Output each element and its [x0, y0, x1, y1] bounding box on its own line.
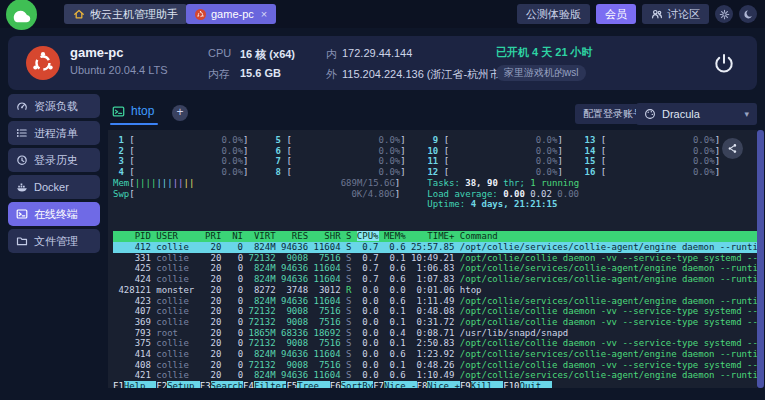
member-label: 会员 [605, 7, 627, 22]
cpu-label: CPU [208, 47, 231, 59]
tab-app-home[interactable]: 牧云主机管理助手 [64, 4, 187, 24]
terminal-line: 331 collie 20 0 72132 9008 7516 S 0.7 0.… [113, 253, 757, 264]
terminal-line: 412 collie 20 0 824M 94636 11604 S 0.7 0… [113, 242, 757, 253]
app-logo-icon[interactable] [6, 0, 37, 30]
palette-icon [644, 108, 656, 120]
terminal-line: 428121 monster 20 0 8272 3748 3012 R 0.0… [113, 285, 757, 296]
terminal-line: 1 [ 0.0%] 5 [ 0.0%] 9 [ 0.0%] 13 [ 0.0%] [113, 135, 757, 146]
sidebar-item-label: 在线终端 [34, 207, 78, 222]
docker-icon [16, 181, 28, 193]
uptime-text: 已开机 4 天 21 小时 [496, 45, 593, 60]
lan-ip: 172.29.44.144 [342, 47, 412, 59]
htop-screen: 1 [ 0.0%] 5 [ 0.0%] 9 [ 0.0%] 13 [ 0.0%]… [108, 130, 757, 388]
forum-label: 讨论区 [667, 7, 700, 22]
configure-login-account-label: 配置登录账号 [583, 107, 643, 121]
terminal-line: 414 collie 20 0 824M 94636 11604 S 0.0 0… [113, 349, 757, 360]
topbar: 牧云主机管理助手 game-pc × 公测体验版 会员 讨论区 [0, 0, 765, 28]
terminal-line [113, 221, 757, 232]
terminal-line: 3 [ 0.0%] 7 [ 0.0%] 11 [ 0.0%] 15 [ 0.0%… [113, 156, 757, 167]
tab-host-label: game-pc [211, 8, 254, 20]
theme-toggle-button[interactable] [739, 5, 757, 23]
sidebar-item-file-manager[interactable]: 文件管理 [8, 229, 100, 253]
sidebar-item-online-terminal[interactable]: 在线终端 [8, 202, 100, 226]
history-icon [16, 154, 28, 166]
sidebar-item-label: Docker [34, 181, 69, 193]
sidebar-item-label: 文件管理 [34, 234, 78, 249]
moon-icon [743, 9, 754, 20]
terminal-line: 4 [ 0.0%] 8 [ 0.0%] 12 [ 0.0%] 16 [ 0.0%… [113, 167, 757, 178]
terminal-line: Uptime: 4 days, 21:21:15 [113, 199, 757, 210]
terminal-line: 2 [ 0.0%] 6 [ 0.0%] 10 [ 0.0%] 14 [ 0.0%… [113, 146, 757, 157]
beta-version-button[interactable]: 公测体验版 [517, 4, 590, 24]
terminal[interactable]: 1 [ 0.0%] 5 [ 0.0%] 9 [ 0.0%] 13 [ 0.0%]… [108, 130, 757, 388]
chevron-down-icon: ▾ [744, 109, 749, 119]
mem-value: 15.6 GB [240, 67, 281, 79]
wan-ip: 115.204.224.136 (浙江省-杭州市) [342, 67, 504, 82]
sidebar-item-label: 登录历史 [34, 153, 78, 168]
sidebar-item-resource-load[interactable]: 资源负载 [8, 94, 100, 118]
tab-app-home-label: 牧云主机管理助手 [90, 7, 178, 22]
sidebar-item-label: 资源负载 [34, 99, 78, 114]
terminal-line: 375 collie 20 0 72132 9008 7516 S 0.0 0.… [113, 338, 757, 349]
sidebar: 资源负载进程清单登录历史Docker在线终端文件管理 [8, 94, 100, 256]
cpu-value: 16 核 (x64) [240, 47, 295, 62]
terminal-scrollbar[interactable] [757, 130, 764, 388]
folder-icon [16, 235, 28, 247]
terminal-line: Swp[ 0K/4.80G] Load average: 0.00 0.02 0… [113, 189, 757, 200]
people-icon [651, 8, 663, 20]
share-icon [727, 143, 738, 154]
tab-host-game-pc[interactable]: game-pc × [186, 4, 276, 24]
terminal-line: 793 root 20 0 1865M 68336 18692 S 0.0 0.… [113, 328, 757, 339]
terminal-line: 423 collie 20 0 824M 94636 11604 S 0.0 0… [113, 296, 757, 307]
host-card: game-pc Ubuntu 20.04.4 LTS CPU 16 核 (x64… [8, 36, 757, 90]
ubuntu-logo-icon [26, 46, 60, 80]
sidebar-item-login-history[interactable]: 登录历史 [8, 148, 100, 172]
terminal-line: 425 collie 20 0 824M 94636 11604 S 0.7 0… [113, 263, 757, 274]
terminal-line: 408 collie 20 0 72132 9008 7516 S 0.0 0.… [113, 360, 757, 371]
beta-version-label: 公测体验版 [526, 7, 581, 22]
tab-htop-label: htop [131, 104, 154, 118]
close-icon[interactable]: × [261, 9, 267, 20]
terminal-line [113, 210, 757, 221]
member-button[interactable]: 会员 [596, 4, 636, 24]
terminal-line: 421 collie 20 0 824M 94636 11604 S 0.0 0… [113, 370, 757, 381]
wan-label: 外 [326, 67, 337, 82]
terminal-line: PID USER PRI NI VIRT RES SHR S CPU% MEM%… [113, 231, 757, 242]
new-terminal-button[interactable]: + [172, 105, 188, 121]
terminal-line: 424 collie 20 0 824M 94636 11604 S 0.7 0… [113, 274, 757, 285]
terminal-icon [16, 208, 28, 220]
terminal-line: 369 collie 20 0 72132 9008 7516 S 0.0 0.… [113, 317, 757, 328]
power-button[interactable] [713, 52, 735, 74]
sidebar-item-process-list[interactable]: 进程清单 [8, 121, 100, 145]
terminal-tab-icon [112, 105, 125, 118]
terminal-line: F1Help F2Setup F3SearchF4FilterF5Tree F6… [113, 381, 757, 388]
tab-htop[interactable]: htop [112, 104, 154, 118]
list-icon [16, 127, 28, 139]
terminal-line: 407 collie 20 0 72132 9008 7516 S 0.0 0.… [113, 306, 757, 317]
home-icon [73, 8, 85, 20]
gauge-icon [16, 100, 28, 112]
host-name: game-pc [70, 45, 123, 60]
terminal-theme-value: Dracula [662, 108, 700, 120]
settings-button[interactable] [715, 5, 733, 23]
terminal-line: Mem[||||||||||| 689M/15.6G] Tasks: 38, 9… [113, 178, 757, 189]
lan-label: 内 [326, 47, 337, 62]
ubuntu-icon [195, 9, 206, 20]
sidebar-item-docker[interactable]: Docker [8, 175, 100, 199]
gear-icon [719, 9, 730, 20]
host-tag: 家里游戏机的wsl [496, 65, 586, 81]
mem-label: 内存 [208, 67, 230, 82]
host-os: Ubuntu 20.04.4 LTS [70, 64, 168, 76]
terminal-theme-select[interactable]: Dracula ▾ [636, 103, 757, 125]
sidebar-item-label: 进程清单 [34, 126, 78, 141]
active-tab-underline [110, 123, 158, 125]
share-terminal-button[interactable] [722, 138, 743, 159]
forum-button[interactable]: 讨论区 [642, 4, 709, 24]
